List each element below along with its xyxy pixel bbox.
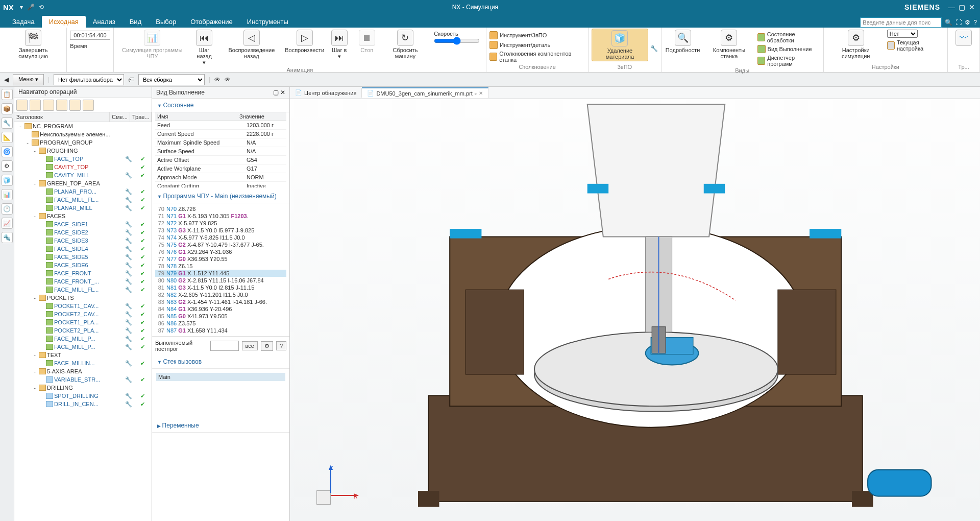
- stack-item[interactable]: Main: [156, 373, 285, 381]
- tree-row[interactable]: -5-AXIS-AREA: [14, 367, 152, 375]
- back-icon[interactable]: ◀: [4, 76, 9, 83]
- menu-tab[interactable]: Анализ: [86, 16, 122, 28]
- nc-line[interactable]: 81N81 G3 X-11.5 Y0.0 I2.815 J-11.15: [155, 284, 286, 291]
- nav-tb-icon[interactable]: [16, 100, 28, 111]
- document-tab[interactable]: 📄Центр обнаружения: [290, 88, 362, 98]
- exec-help-icon[interactable]: ?: [276, 341, 286, 350]
- nc-line[interactable]: 73N73 G3 X-11.5 Y0.0 I5.977 J-9.825: [155, 227, 286, 234]
- exec-input[interactable]: [210, 341, 239, 351]
- menu-tab[interactable]: Исходная: [42, 16, 86, 28]
- details-button[interactable]: 🔍Подробности: [665, 29, 701, 67]
- tree-row[interactable]: DRILL_IN_CEN...🔧✔: [14, 400, 152, 408]
- nc-line[interactable]: 77N77 G0 X36.953 Y20.55: [155, 255, 286, 263]
- tool-part-button[interactable]: Инструмент/деталь: [489, 40, 585, 50]
- rail-icon[interactable]: 📐: [2, 132, 13, 143]
- filter-select[interactable]: Нет фильтра выбора: [54, 74, 124, 85]
- rail-icon[interactable]: 📊: [2, 189, 13, 200]
- nav-tb-icon[interactable]: [30, 100, 41, 111]
- rail-icon[interactable]: 🕐: [2, 203, 13, 215]
- col-header[interactable]: Заголовок: [14, 112, 110, 122]
- col-header[interactable]: Сме...: [110, 112, 130, 122]
- current-setting[interactable]: Текущая настройка: [887, 39, 944, 52]
- tree-row[interactable]: -TEXT: [14, 351, 152, 359]
- section-nc[interactable]: Программа ЧПУ - Main (неизменяемый): [152, 190, 289, 203]
- tree-row[interactable]: POCKET1_PLA...🔧✔: [14, 318, 152, 326]
- nc-line[interactable]: 70N70 Z8.726: [155, 205, 286, 212]
- menu-tab[interactable]: Задача: [5, 16, 42, 28]
- rail-icon[interactable]: 🧊: [2, 175, 13, 186]
- nc-line[interactable]: 79N79 G1 X-1.512 Y11.445: [155, 270, 286, 277]
- view-execution[interactable]: Вид Выполнение: [757, 44, 820, 54]
- section-variables[interactable]: Переменные: [152, 419, 289, 433]
- tree-row[interactable]: FACE_SIDE6🔧✔: [14, 261, 152, 269]
- assembly-select[interactable]: Вся сборка: [138, 74, 205, 85]
- menu-tab[interactable]: Отображение: [183, 16, 240, 28]
- link-icon[interactable]: ⟲: [39, 4, 44, 11]
- nc-line[interactable]: 71N71 G1 X-5.193 Y10.305 F1203.: [155, 212, 286, 220]
- tool-swpo-button[interactable]: Инструмент/3вПО: [489, 31, 585, 40]
- nc-line[interactable]: 75N75 G2 X-4.87 Y-10.479 I-37.677 J-65.: [155, 241, 286, 248]
- nc-line[interactable]: 83N83 G2 X-1.454 Y-11.461 I-14.181 J-66.: [155, 298, 286, 305]
- tree-row[interactable]: FACE_SIDE2🔧✔: [14, 228, 152, 236]
- eye2-icon[interactable]: 👁: [225, 76, 231, 83]
- exec-opt-icon[interactable]: ⚙: [261, 341, 273, 351]
- tree-row[interactable]: Неиспользуемые элемен...: [14, 130, 152, 138]
- eye-icon[interactable]: 👁: [214, 76, 220, 83]
- settings-select[interactable]: Нет: [887, 30, 918, 38]
- tree-row[interactable]: FACE_SIDE5🔧✔: [14, 253, 152, 261]
- program-dispatcher[interactable]: Диспетчер программ: [757, 54, 820, 67]
- tree-row[interactable]: FACE_MILLIN...🔧✔: [14, 359, 152, 367]
- play-back-button[interactable]: ◁Воспроизведение назад: [220, 29, 282, 67]
- tree-row[interactable]: POCKET2_CAV...🔧✔: [14, 310, 152, 318]
- components-button[interactable]: ⚙Компоненты станка: [703, 29, 755, 67]
- filter-icon[interactable]: 🏷: [128, 76, 134, 83]
- tree-row[interactable]: POCKET2_PLA...🔧✔: [14, 326, 152, 335]
- close-icon[interactable]: ✕: [967, 3, 977, 11]
- tree-row[interactable]: FACE_SIDE1🔧✔: [14, 220, 152, 228]
- sim-settings-button[interactable]: ⚙Настройки симуляции: [827, 29, 885, 60]
- rail-icon[interactable]: 🔧: [2, 117, 13, 129]
- nav-tb-icon[interactable]: [43, 100, 54, 111]
- nc-line[interactable]: 78N78 Z6.15: [155, 263, 286, 270]
- col-header[interactable]: Трае...: [130, 112, 152, 122]
- document-tab[interactable]: 📄DMU50_3gen_cam_sinumerik_mm.prt ▫✕: [362, 87, 488, 98]
- section-state[interactable]: Состояние: [152, 99, 289, 112]
- trajectory-button[interactable]: 〰: [951, 29, 976, 48]
- rail-icon[interactable]: 🌀: [2, 146, 13, 157]
- tree-row[interactable]: -NC_PROGRAM: [14, 122, 152, 130]
- step-fwd-button[interactable]: ⏭Шаг в▾: [327, 29, 352, 67]
- finish-sim-button[interactable]: 🏁 Завершить симуляцию: [3, 29, 63, 60]
- tree-row[interactable]: -GREEN_TOP_AREA: [14, 179, 152, 187]
- nc-line[interactable]: 74N74 X-5.977 Y-9.825 I11.5 J0.0: [155, 234, 286, 241]
- step-back-button[interactable]: ⏮Шаг назад▾: [190, 29, 218, 67]
- speed-slider[interactable]: [434, 37, 480, 45]
- tree-row[interactable]: PLANAR_PRO...🔧✔: [14, 187, 152, 196]
- tree-row[interactable]: FACE_MILL_P...🔧✔: [14, 343, 152, 351]
- exec-all-button[interactable]: все: [242, 341, 258, 350]
- tab-close-icon[interactable]: ✕: [479, 90, 483, 96]
- nav-tb-icon[interactable]: [69, 100, 81, 111]
- menu-tab[interactable]: Инструменты: [240, 16, 296, 28]
- nc-line[interactable]: 85N85 G0 X41.973 Y9.505: [155, 313, 286, 320]
- restore-icon[interactable]: ▢: [957, 3, 967, 11]
- fullscreen-icon[interactable]: ⛶: [955, 19, 962, 26]
- menu-button[interactable]: Меню ▾: [13, 74, 44, 85]
- qat-dropdown-icon[interactable]: ▾: [20, 4, 23, 11]
- tree-row[interactable]: FACE_FRONT_...🔧✔: [14, 277, 152, 286]
- nc-line[interactable]: 82N82 X-2.605 Y-11.201 I11.5 J0.0: [155, 291, 286, 298]
- settings-icon[interactable]: ⚙: [965, 19, 970, 26]
- rail-icon[interactable]: 🔩: [2, 232, 13, 243]
- tree-row[interactable]: SPOT_DRILLING🔧✔: [14, 392, 152, 400]
- panel-close-icon[interactable]: ▢ ✕: [273, 89, 285, 96]
- rail-icon[interactable]: 📋: [2, 89, 13, 100]
- play-button[interactable]: ▷Воспроизвести: [284, 29, 324, 67]
- tree-row[interactable]: POCKET1_CAV...🔧✔: [14, 302, 152, 310]
- section-stack[interactable]: Стек вызовов: [152, 355, 289, 369]
- minimize-icon[interactable]: —: [946, 3, 957, 11]
- tree-row[interactable]: -ROUGHING: [14, 147, 152, 155]
- nc-line[interactable]: 86N86 Z3.575: [155, 320, 286, 327]
- tree-row[interactable]: -DRILLING: [14, 384, 152, 392]
- rail-icon[interactable]: ⚙: [2, 160, 13, 172]
- menu-tab[interactable]: Вид: [122, 16, 149, 28]
- 3d-viewport[interactable]: 📄Центр обнаружения📄DMU50_3gen_cam_sinume…: [290, 87, 980, 521]
